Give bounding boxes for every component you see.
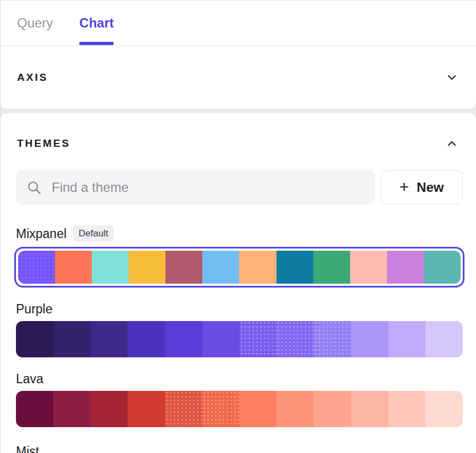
swatch[interactable]	[129, 251, 165, 284]
swatch[interactable]	[424, 251, 461, 284]
swatch[interactable]	[18, 251, 55, 284]
theme-name-mist: Mist	[16, 444, 39, 453]
theme-swatches-mixpanel[interactable]	[18, 251, 461, 284]
swatch[interactable]	[128, 321, 165, 357]
themes-section-title: THEMES	[17, 137, 444, 150]
swatch[interactable]	[425, 321, 463, 357]
swatch[interactable]	[53, 391, 91, 427]
swatch[interactable]	[128, 391, 165, 427]
swatch[interactable]	[53, 321, 91, 357]
themes-section: THEMES + New Mixpanel Def	[1, 113, 476, 453]
swatch[interactable]	[55, 251, 92, 284]
axis-section-title: AXIS	[17, 71, 444, 84]
theme-name-mixpanel: Mixpanel	[16, 226, 67, 241]
theme-search-row: + New	[16, 170, 463, 205]
new-theme-button[interactable]: + New	[380, 170, 463, 205]
theme-name-lava: Lava	[16, 372, 43, 386]
swatch[interactable]	[165, 321, 202, 357]
theme-swatches-lava[interactable]	[16, 391, 463, 427]
theme-label-row-lava: Lava	[16, 372, 463, 386]
swatch[interactable]	[425, 391, 463, 427]
theme-row-mixpanel-selected[interactable]	[14, 247, 464, 288]
swatch[interactable]	[314, 321, 351, 357]
tab-query[interactable]: Query	[17, 1, 53, 45]
swatch[interactable]	[276, 391, 314, 427]
swatch[interactable]	[202, 251, 239, 284]
swatch[interactable]	[351, 391, 389, 427]
swatch[interactable]	[389, 321, 426, 357]
axis-section[interactable]: AXIS	[1, 46, 476, 109]
theme-search-box[interactable]	[16, 170, 375, 205]
swatch[interactable]	[276, 251, 313, 284]
swatch[interactable]	[350, 251, 387, 284]
swatch[interactable]	[389, 391, 426, 427]
swatch[interactable]	[387, 251, 424, 284]
axis-expand-button[interactable]	[444, 70, 460, 85]
theme-label-row-mixpanel: Mixpanel Default	[16, 225, 463, 242]
swatch[interactable]	[92, 251, 129, 284]
swatch[interactable]	[239, 251, 276, 284]
chart-settings-panel: Query Chart AXIS THEMES	[0, 0, 476, 453]
swatch[interactable]	[240, 321, 277, 357]
new-theme-button-label: New	[417, 180, 444, 195]
swatch[interactable]	[276, 321, 314, 357]
themes-collapse-button[interactable]	[444, 136, 460, 151]
swatch[interactable]	[313, 251, 350, 284]
theme-label-row-mist: Mist	[16, 444, 463, 453]
theme-label-row-purple: Purple	[16, 302, 463, 317]
swatch[interactable]	[165, 391, 202, 427]
theme-name-purple: Purple	[16, 302, 52, 317]
tab-chart-label: Chart	[79, 15, 114, 31]
swatch[interactable]	[91, 321, 128, 357]
swatch[interactable]	[202, 391, 240, 427]
chevron-up-icon	[445, 137, 458, 150]
tab-bar: Query Chart	[1, 1, 476, 46]
section-divider	[1, 109, 476, 113]
themes-header[interactable]: THEMES	[16, 113, 463, 170]
default-badge: Default	[73, 225, 114, 242]
swatch[interactable]	[240, 391, 277, 427]
tab-query-label: Query	[17, 15, 53, 31]
search-icon	[27, 180, 42, 195]
active-tab-indicator	[79, 42, 114, 45]
theme-search-input[interactable]	[52, 180, 364, 195]
theme-swatches-purple[interactable]	[16, 321, 463, 357]
swatch[interactable]	[165, 251, 202, 284]
swatch[interactable]	[314, 391, 351, 427]
swatch[interactable]	[16, 321, 53, 357]
tab-chart[interactable]: Chart	[79, 1, 114, 45]
swatch[interactable]	[16, 391, 53, 427]
swatch[interactable]	[91, 391, 128, 427]
swatch[interactable]	[202, 321, 240, 357]
chevron-down-icon	[445, 71, 458, 84]
swatch[interactable]	[351, 321, 389, 357]
plus-icon: +	[400, 179, 409, 195]
